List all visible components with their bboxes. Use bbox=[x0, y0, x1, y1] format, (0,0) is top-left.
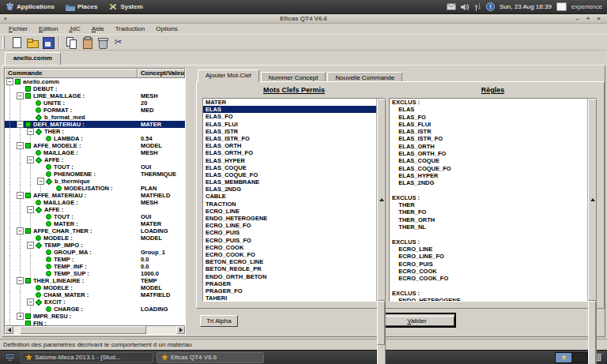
tree-row-b_thermique[interactable]: −b_thermique bbox=[5, 178, 185, 185]
scroll-right-button[interactable] bbox=[176, 326, 185, 334]
keyword-item-elas_fo[interactable]: ELAS_FO bbox=[203, 113, 376, 120]
keyword-item-cable[interactable]: CABLE bbox=[203, 193, 376, 200]
mail-icon[interactable] bbox=[447, 3, 456, 10]
paste-icon[interactable] bbox=[80, 36, 93, 49]
collapse-toggle[interactable]: − bbox=[27, 298, 34, 306]
collapse-toggle[interactable]: − bbox=[6, 78, 13, 85]
cut-icon[interactable]: ✂ bbox=[111, 36, 125, 49]
menu-aide[interactable]: Aide bbox=[86, 24, 110, 33]
keyword-item-beton_regle_pr[interactable]: BETON_REGLE_PR bbox=[203, 265, 376, 272]
scroll-thumb[interactable] bbox=[377, 301, 385, 345]
keyword-item-ecro_puis_fo[interactable]: ECRO_PUIS_FO bbox=[203, 237, 376, 244]
scroll-thumb[interactable] bbox=[588, 301, 596, 364]
tree-row-lire_maillage[interactable]: −LIRE_MAILLAGE :MESH bbox=[5, 92, 185, 99]
tree-row-phenomene[interactable]: PHENOMENE :THERMIQUE bbox=[5, 171, 185, 178]
tree-row-cham_mater[interactable]: CHAM_MATER :MATFIELD bbox=[5, 291, 185, 298]
collapse-toggle[interactable]: − bbox=[27, 156, 34, 163]
show-desktop-icon[interactable] bbox=[2, 352, 17, 363]
scroll-track[interactable] bbox=[13, 326, 176, 334]
tab-anello-comm[interactable]: anello.comm bbox=[5, 52, 61, 65]
column-header-concept-valeur[interactable]: Concept/Valeur bbox=[138, 69, 185, 78]
tree-row-tout[interactable]: TOUT :OUI bbox=[5, 163, 185, 171]
taskbar-window-eficas[interactable]: Eficas QT4 V6.6 bbox=[156, 352, 264, 363]
keyword-item-mater[interactable]: MATER bbox=[203, 99, 376, 106]
tree-row-excit[interactable]: −EXCIT : bbox=[5, 298, 185, 306]
tree-row-temp[interactable]: TEMP :0.0 bbox=[5, 256, 185, 263]
keyword-item-elas_hyper[interactable]: ELAS_HYPER bbox=[203, 157, 376, 164]
tree-row-affe_modele[interactable]: −AFFE_MODELE :MODEL bbox=[5, 142, 185, 149]
tree-row-ther[interactable]: −THER : bbox=[5, 128, 185, 135]
tree-row-affe_materiau[interactable]: −AFFE_MATERIAU :MATFIELD bbox=[5, 192, 185, 199]
tree-row-debut[interactable]: DEBUT : bbox=[5, 85, 185, 92]
scroll-left-button[interactable] bbox=[5, 326, 13, 334]
menu-traduction[interactable]: Traduction bbox=[110, 24, 151, 33]
expand-toggle[interactable]: + bbox=[17, 313, 24, 320]
column-header-commande[interactable]: Commande bbox=[5, 69, 138, 78]
keyword-item-elas_orth[interactable]: ELAS_ORTH bbox=[203, 142, 376, 149]
keyword-item-elas_flui[interactable]: ELAS_FLUI bbox=[203, 121, 376, 128]
keyword-item-elas_2ndg[interactable]: ELAS_2NDG bbox=[203, 186, 376, 193]
collapse-toggle[interactable]: − bbox=[37, 178, 44, 185]
keyword-item-elas_orth_fo[interactable]: ELAS_ORTH_FO bbox=[203, 149, 376, 156]
tree-row-ther_lineaire[interactable]: −THER_LINEAIRE :TEMP bbox=[5, 277, 185, 284]
system-menu[interactable]: System bbox=[103, 0, 148, 13]
collapse-toggle[interactable]: − bbox=[27, 242, 34, 249]
clock[interactable]: Sun, 23 Aug 18:39 bbox=[500, 3, 552, 10]
tree-row-maillage[interactable]: MAILLAGE :MESH bbox=[5, 149, 185, 156]
keyword-item-elas[interactable]: ELAS bbox=[203, 106, 376, 113]
network-icon[interactable] bbox=[474, 3, 481, 11]
keyword-item-taheri[interactable]: TAHERI bbox=[203, 295, 376, 301]
keyword-item-elas_istr[interactable]: ELAS_ISTR bbox=[203, 128, 376, 135]
tree-row-tout[interactable]: TOUT :OUI bbox=[5, 213, 185, 220]
collapse-toggle[interactable]: − bbox=[17, 121, 24, 128]
collapse-toggle[interactable]: − bbox=[27, 206, 34, 213]
keyword-item-endo_heterogene[interactable]: ENDO_HETEROGENE bbox=[203, 215, 376, 222]
tree-row-affe[interactable]: −AFFE : bbox=[5, 156, 185, 163]
tri-alpha-button[interactable]: Tri Alpha bbox=[200, 315, 238, 327]
collapse-toggle[interactable]: − bbox=[17, 227, 24, 235]
scroll-thumb[interactable] bbox=[20, 326, 146, 334]
tree-row-mater[interactable]: MATER :MATER bbox=[5, 220, 185, 227]
menu-fichier[interactable]: Fichier bbox=[3, 24, 33, 33]
tree-row-anello.comm[interactable]: −anello.comm bbox=[5, 78, 185, 85]
collapse-toggle[interactable]: − bbox=[17, 192, 24, 199]
tree-row-group_ma[interactable]: GROUP_MA :Group_1 bbox=[5, 249, 185, 256]
volume-icon[interactable] bbox=[461, 3, 469, 11]
valider-button[interactable]: Valider bbox=[379, 313, 455, 327]
rules-scrollbar[interactable] bbox=[587, 99, 596, 301]
workspace-2[interactable] bbox=[571, 353, 587, 362]
tree-row-affe_char_ther[interactable]: −AFFE_CHAR_THER :LOADING bbox=[5, 227, 185, 235]
scroll-up-button[interactable] bbox=[377, 99, 386, 301]
delete-icon[interactable] bbox=[96, 36, 109, 49]
tree-row-modele[interactable]: MODELE :MODEL bbox=[5, 235, 185, 242]
places-menu[interactable]: Places bbox=[60, 0, 103, 13]
menu-options[interactable]: Options bbox=[150, 24, 183, 33]
keyword-item-elas_coque_fo[interactable]: ELAS_COQUE_FO bbox=[203, 171, 376, 178]
keyword-item-prager_fo[interactable]: PRAGER_FO bbox=[203, 287, 376, 295]
toolbar-handle[interactable] bbox=[2, 36, 5, 49]
tree-row-format[interactable]: FORMAT :MED bbox=[5, 107, 185, 114]
keyword-item-elas_membrane[interactable]: ELAS_MEMBRANE bbox=[203, 178, 376, 186]
tree-row-unite[interactable]: UNITE :20 bbox=[5, 99, 185, 107]
keyword-item-ecro_cook[interactable]: ECRO_COOK bbox=[203, 244, 376, 251]
maximize-button[interactable]: + bbox=[586, 15, 590, 23]
tree-row-charge[interactable]: CHARGE :LOADING bbox=[5, 306, 185, 313]
workspace-1[interactable] bbox=[556, 353, 571, 362]
tree-row-impr_resu[interactable]: +IMPR_RESU : bbox=[5, 313, 185, 320]
tree-row-temp_sup[interactable]: TEMP_SUP :1000.0 bbox=[5, 270, 185, 277]
tab-ajouter-mot-clef[interactable]: Ajouter Mot-Clef bbox=[198, 69, 259, 82]
keywords-scrollbar[interactable] bbox=[376, 99, 385, 301]
collapse-toggle[interactable]: − bbox=[17, 92, 24, 99]
menu-jdc[interactable]: JdC bbox=[63, 24, 85, 33]
open-file-icon[interactable] bbox=[25, 36, 39, 49]
tree-row-fin[interactable]: FIN : bbox=[5, 320, 185, 325]
keyword-item-prager[interactable]: PRAGER bbox=[203, 280, 376, 287]
keyword-item-ecro_cook_fo[interactable]: ECRO_COOK_FO bbox=[203, 251, 376, 258]
keyword-item-ecro_line[interactable]: ECRO_LINE bbox=[203, 208, 376, 215]
tree-row-modelisation[interactable]: MODELISATION :PLAN bbox=[5, 185, 185, 192]
keyword-item-traction[interactable]: TRACTION bbox=[203, 201, 376, 208]
new-file-icon[interactable] bbox=[9, 36, 23, 49]
scroll-up-button[interactable] bbox=[588, 99, 597, 301]
keyword-item-ecro_puis[interactable]: ECRO_PUIS bbox=[203, 229, 376, 236]
alert-icon[interactable]: ! bbox=[486, 2, 495, 11]
